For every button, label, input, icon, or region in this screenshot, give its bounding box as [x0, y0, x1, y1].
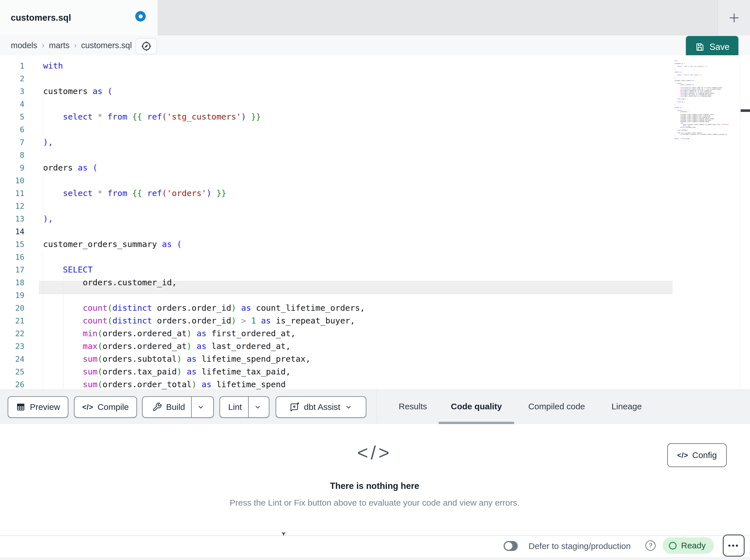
line-number: 7 — [0, 136, 24, 149]
overview-ruler — [740, 55, 741, 390]
code-quality-panel — [0, 424, 750, 535]
line-number: 5 — [0, 110, 24, 123]
code-line[interactable] — [43, 149, 365, 162]
new-tab-button[interactable] — [717, 0, 750, 36]
code-line[interactable]: ), — [43, 136, 365, 149]
code-editor[interactable]: 1234567891011121314151617181920212223242… — [0, 55, 750, 390]
dbt-assist-label: dbt Assist — [304, 402, 340, 412]
config-label: Config — [692, 450, 717, 460]
line-number: 21 — [0, 314, 24, 327]
ready-indicator-icon — [669, 542, 676, 549]
code-line[interactable]: sum(orders.order_total) as lifetime_spen… — [43, 378, 365, 391]
save-button[interactable]: Save — [686, 36, 738, 58]
code-line[interactable]: orders.customer_id, — [43, 276, 365, 289]
navigate-model-button[interactable] — [136, 38, 157, 55]
line-number: 24 — [0, 353, 24, 366]
assist-icon — [290, 402, 300, 412]
breadcrumb-file[interactable]: customers.sql — [81, 41, 132, 50]
save-icon — [695, 42, 705, 52]
more-options-button[interactable]: ••• — [723, 535, 745, 557]
breadcrumb: models › marts › customers.sql — [0, 36, 750, 55]
defer-toggle[interactable] — [504, 541, 518, 551]
window-bottom-edge — [0, 557, 750, 560]
line-number: 10 — [0, 174, 24, 187]
code-line[interactable]: customer_orders_summary as ( — [43, 238, 365, 251]
line-number: 14 — [0, 225, 24, 238]
editor-gutter: 1234567891011121314151617181920212223242… — [0, 60, 24, 391]
status-badge: Ready — [663, 537, 714, 554]
preview-button[interactable]: Preview — [8, 396, 68, 418]
build-button[interactable]: Build — [146, 397, 191, 417]
code-line[interactable] — [43, 123, 365, 136]
line-number: 11 — [0, 187, 24, 200]
empty-state-subtitle: Press the Lint or Fix button above to ev… — [230, 498, 519, 507]
line-number: 6 — [0, 123, 24, 136]
line-number: 15 — [0, 238, 24, 251]
unsaved-changes-dot — [135, 11, 146, 22]
code-line[interactable]: max(orders.ordered_at) as last_ordered_a… — [43, 340, 365, 353]
code-line[interactable]: count(distinct orders.order_id) > 1 as i… — [43, 314, 365, 327]
compile-button[interactable]: </> Compile — [74, 396, 137, 418]
breadcrumb-marts[interactable]: marts — [49, 41, 70, 50]
editor-code[interactable]: withcustomers as ( select * from {{ ref(… — [43, 60, 365, 391]
line-number: 13 — [0, 212, 24, 225]
code-line[interactable] — [43, 200, 365, 212]
code-line[interactable]: with — [43, 60, 365, 72]
code-line[interactable] — [43, 251, 365, 264]
dbt-assist-button[interactable]: dbt Assist — [276, 396, 366, 418]
lint-button[interactable]: Lint — [222, 397, 248, 417]
tab-lineage[interactable]: Lineage — [612, 402, 642, 411]
code-line[interactable]: sum(orders.tax_paid) as lifetime_tax_pai… — [43, 366, 365, 378]
line-number: 4 — [0, 98, 24, 110]
line-number: 3 — [0, 85, 24, 98]
code-line[interactable]: ), — [43, 212, 365, 225]
line-number: 22 — [0, 327, 24, 340]
line-number: 17 — [0, 264, 24, 276]
chevron-down-icon — [344, 403, 353, 411]
line-number: 20 — [0, 302, 24, 314]
line-number: 19 — [0, 289, 24, 302]
build-dropdown-button[interactable] — [191, 397, 210, 417]
line-number: 8 — [0, 149, 24, 162]
compass-icon — [140, 40, 152, 52]
code-line[interactable]: select * from {{ ref('stg_customers') }} — [43, 110, 365, 123]
code-line[interactable]: SELECT — [43, 264, 365, 276]
code-line[interactable] — [43, 289, 365, 302]
editor-minimap[interactable]: withcustomers as ( select * from {{ ref(… — [674, 60, 740, 139]
breadcrumb-separator: › — [37, 41, 49, 50]
code-line[interactable]: select * from {{ ref('orders') }} — [43, 187, 365, 200]
ellipsis-icon: ••• — [728, 541, 739, 550]
tab-code-quality[interactable]: Code quality — [451, 402, 502, 411]
build-label: Build — [166, 402, 185, 412]
preview-label: Preview — [30, 402, 60, 412]
line-number: 9 — [0, 162, 24, 174]
editor-tab-bar: customers.sql — [0, 0, 750, 36]
lint-label: Lint — [228, 402, 242, 412]
ready-label: Ready — [681, 541, 706, 551]
code-line[interactable]: sum(orders.subtotal) as lifetime_spend_p… — [43, 353, 365, 366]
code-line[interactable] — [43, 72, 365, 85]
code-line[interactable] — [43, 225, 365, 238]
breadcrumb-models[interactable]: models — [11, 41, 37, 50]
config-button[interactable]: </> Config — [667, 443, 727, 467]
code-icon: </> — [82, 403, 93, 411]
status-bar — [0, 535, 750, 557]
code-line[interactable]: customers as ( — [43, 85, 365, 98]
line-number: 23 — [0, 340, 24, 353]
code-line[interactable] — [43, 174, 365, 187]
chevron-down-icon — [254, 403, 262, 411]
tab-compiled-code[interactable]: Compiled code — [528, 402, 585, 411]
build-button-group: Build — [142, 396, 214, 418]
code-line[interactable]: min(orders.ordered_at) as first_ordered_… — [43, 327, 365, 340]
chevron-down-icon — [197, 403, 205, 411]
breadcrumb-separator: › — [70, 41, 81, 50]
tab-customers-sql[interactable]: customers.sql — [0, 0, 158, 36]
code-line[interactable]: orders as ( — [43, 162, 365, 174]
code-line[interactable]: count(distinct orders.order_id) as count… — [43, 302, 365, 314]
lint-dropdown-button[interactable] — [248, 397, 267, 417]
help-icon[interactable]: ? — [645, 540, 656, 551]
code-line[interactable] — [43, 98, 365, 110]
overview-ruler-mark — [741, 109, 750, 112]
tab-results[interactable]: Results — [399, 402, 427, 411]
code-icon: </> — [677, 451, 688, 459]
